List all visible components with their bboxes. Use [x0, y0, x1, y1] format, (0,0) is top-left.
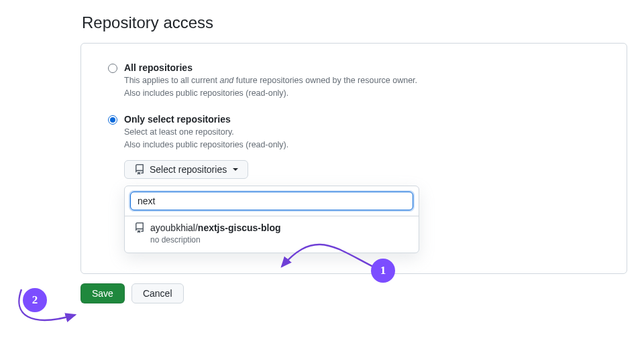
- repo-dropdown: ayoubkhial/nextjs-giscus-blog no descrip…: [124, 186, 419, 253]
- option-select-repositories: Only select repositories Select at least…: [108, 114, 600, 253]
- page-title: Repository access: [82, 13, 627, 32]
- repo-icon: [134, 164, 145, 175]
- repo-name: nextjs-giscus-blog: [198, 222, 281, 233]
- cancel-button[interactable]: Cancel: [131, 283, 184, 303]
- save-button[interactable]: Save: [80, 283, 125, 303]
- repo-result-item[interactable]: ayoubkhial/nextjs-giscus-blog no descrip…: [125, 216, 419, 253]
- chevron-down-icon: [233, 168, 238, 171]
- form-actions: Save Cancel: [80, 283, 627, 303]
- option-select-desc: Select at least one repository. Also inc…: [124, 126, 600, 152]
- radio-all-repositories[interactable]: [108, 64, 117, 73]
- select-repositories-button[interactable]: Select repositories: [124, 160, 248, 179]
- option-all-label[interactable]: All repositories: [124, 62, 600, 73]
- repo-owner: ayoubkhial/: [150, 222, 198, 233]
- select-repositories-label: Select repositories: [150, 164, 227, 175]
- option-all-desc: This applies to all current and future r…: [124, 74, 600, 100]
- repo-desc: no description: [150, 234, 281, 245]
- annotation-badge-2: 2: [23, 288, 47, 312]
- radio-select-repositories[interactable]: [108, 115, 117, 125]
- repo-search-input[interactable]: [130, 192, 413, 210]
- repo-access-panel: All repositories This applies to all cur…: [80, 43, 627, 274]
- option-all-repositories: All repositories This applies to all cur…: [108, 62, 600, 100]
- repo-icon: [134, 222, 145, 233]
- option-select-label[interactable]: Only select repositories: [124, 114, 600, 125]
- annotation-badge-1: 1: [371, 259, 395, 283]
